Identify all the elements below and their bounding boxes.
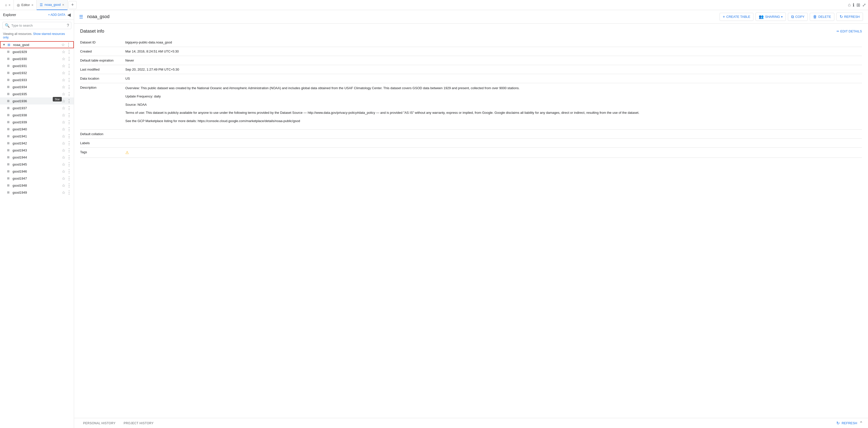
table-more-button[interactable]: ⋮ xyxy=(66,169,72,174)
home-tab-close[interactable]: × xyxy=(8,3,10,7)
table-item-gsod1929[interactable]: ⊞ gsod1929 ☆ ⋮ xyxy=(0,48,74,55)
table-more-button[interactable]: ⋮ xyxy=(66,91,72,97)
table-star-button[interactable]: ☆ xyxy=(61,112,66,118)
table-item-gsod1937[interactable]: ⊞ gsod1937 ☆ ⋮ xyxy=(0,104,74,112)
info-icon[interactable]: ℹ xyxy=(853,2,855,8)
dataset-more-button[interactable]: ⋮ xyxy=(66,42,71,48)
table-item-gsod1947[interactable]: ⊞ gsod1947 ☆ ⋮ xyxy=(0,175,74,182)
table-star-button[interactable]: ☆ xyxy=(61,105,66,111)
table-star-button[interactable]: ☆ xyxy=(61,133,66,139)
table-more-button[interactable]: ⋮ xyxy=(66,126,72,132)
table-item-gsod1939[interactable]: ⊞ gsod1939 ☆ ⋮ xyxy=(0,119,74,126)
table-star-button[interactable]: ☆ xyxy=(61,161,66,167)
database-icon: ⊞ xyxy=(7,43,12,47)
table-label: gsod1935 xyxy=(12,92,60,96)
table-star-button[interactable]: ☆ xyxy=(61,49,66,55)
table-item-gsod1932[interactable]: ⊞ gsod1932 ☆ ⋮ xyxy=(0,69,74,77)
table-icon: ⊞ xyxy=(7,177,11,180)
table-item-gsod1936[interactable]: ⊞ gsod1936 ☆ ⋮ Star xyxy=(0,97,74,104)
table-star-button[interactable]: ☆ xyxy=(61,119,66,125)
noaa-gsod-tab[interactable]: ☰ noaa_gsod × xyxy=(37,0,68,10)
add-tab-button[interactable]: + xyxy=(68,1,76,9)
sharing-button[interactable]: 👥 SHARING ▾ xyxy=(755,12,786,21)
table-star-button[interactable]: ☆ xyxy=(61,169,66,174)
table-more-button[interactable]: ⋮ xyxy=(66,56,72,62)
dataset-star-button[interactable]: ☆ xyxy=(61,42,65,48)
table-item-gsod1931[interactable]: ⊞ gsod1931 ☆ ⋮ xyxy=(0,62,74,69)
editor-tab-close[interactable]: × xyxy=(31,3,33,7)
table-star-button[interactable]: ☆ xyxy=(61,183,66,188)
table-more-button[interactable]: ⋮ xyxy=(66,84,72,90)
table-item-gsod1946[interactable]: ⊞ gsod1946 ☆ ⋮ xyxy=(0,168,74,175)
table-more-button[interactable]: ⋮ xyxy=(66,154,72,160)
table-item-gsod1941[interactable]: ⊞ gsod1941 ☆ ⋮ xyxy=(0,133,74,140)
grid-icon[interactable]: ⊞ xyxy=(857,2,860,8)
personal-history-tab[interactable]: PERSONAL HISTORY xyxy=(79,422,120,425)
table-more-button[interactable]: ⋮ xyxy=(66,49,72,55)
sidebar-collapse-button[interactable]: ◀ xyxy=(67,12,71,18)
table-more-button[interactable]: ⋮ xyxy=(66,77,72,83)
table-more-button[interactable]: ⋮ xyxy=(66,98,72,104)
table-star-button[interactable]: ☆ xyxy=(61,126,66,132)
table-star-button[interactable]: ☆ xyxy=(61,70,66,76)
table-item-gsod1948[interactable]: ⊞ gsod1948 ☆ ⋮ xyxy=(0,182,74,189)
table-more-button[interactable]: ⋮ xyxy=(66,190,72,195)
project-history-tab[interactable]: PROJECT HISTORY xyxy=(120,422,158,425)
table-item-gsod1940[interactable]: ⊞ gsod1940 ☆ ⋮ xyxy=(0,126,74,133)
edit-details-button[interactable]: ✏ EDIT DETAILS xyxy=(837,29,862,33)
editor-tab[interactable]: ◎ Editor × xyxy=(14,0,37,10)
table-item-gsod1935[interactable]: ⊞ gsod1935 ☆ ⋮ xyxy=(0,90,74,97)
main-layout: Explorer + ADD DATA ◀ 🔍 ? Viewing all re… xyxy=(0,10,868,428)
table-more-button[interactable]: ⋮ xyxy=(66,70,72,75)
table-star-button[interactable]: ☆ xyxy=(61,147,66,153)
refresh-button[interactable]: ↻ REFRESH xyxy=(836,12,863,21)
table-more-button[interactable]: ⋮ xyxy=(66,161,72,167)
search-input[interactable] xyxy=(11,24,65,27)
noaa-gsod-tab-close[interactable]: × xyxy=(62,3,64,7)
sharing-label: SHARING xyxy=(765,15,780,19)
editor-tab-label: Editor xyxy=(21,3,30,7)
table-star-button[interactable]: ☆ xyxy=(61,154,66,160)
table-item-gsod1944[interactable]: ⊞ gsod1944 ☆ ⋮ xyxy=(0,154,74,161)
collapse-bottom-button[interactable]: ⌃ xyxy=(859,421,863,426)
table-star-button[interactable]: ☆ xyxy=(61,141,66,146)
table-more-button[interactable]: ⋮ xyxy=(66,119,72,125)
add-data-button[interactable]: + ADD DATA xyxy=(48,13,65,17)
table-star-button[interactable]: ☆ xyxy=(61,77,66,83)
create-table-button[interactable]: + CREATE TABLE xyxy=(719,13,754,21)
bottom-refresh-label[interactable]: REFRESH xyxy=(842,421,857,425)
table-more-button[interactable]: ⋮ xyxy=(66,105,72,111)
table-more-button[interactable]: ⋮ xyxy=(66,147,72,153)
delete-button[interactable]: 🗑 DELETE xyxy=(810,13,834,21)
header-actions: + CREATE TABLE 👥 SHARING ▾ ⧉ COPY 🗑 DELE… xyxy=(719,12,863,21)
dataset-item-noaa-gsod[interactable]: ▼ ⊞ noaa_gsod ☆ ⋮ xyxy=(0,41,74,48)
table-star-button[interactable]: ☆ xyxy=(61,56,66,62)
table-item-gsod1943[interactable]: ⊞ gsod1943 ☆ ⋮ xyxy=(0,147,74,154)
table-item-gsod1930[interactable]: ⊞ gsod1930 ☆ ⋮ xyxy=(0,55,74,62)
table-more-button[interactable]: ⋮ xyxy=(66,183,72,188)
table-item-gsod1938[interactable]: ⊞ gsod1938 ☆ ⋮ xyxy=(0,112,74,119)
table-more-button[interactable]: ⋮ xyxy=(66,176,72,181)
table-item-gsod1934[interactable]: ⊞ gsod1934 ☆ ⋮ xyxy=(0,83,74,90)
table-more-button[interactable]: ⋮ xyxy=(66,112,72,118)
table-more-button[interactable]: ⋮ xyxy=(66,63,72,68)
table-more-button[interactable]: ⋮ xyxy=(66,133,72,139)
table-star-button[interactable]: ☆ xyxy=(61,84,66,90)
table-actions: ☆ ⋮ xyxy=(61,77,72,83)
table-star-button[interactable]: ☆ xyxy=(61,190,66,195)
table-item-gsod1945[interactable]: ⊞ gsod1945 ☆ ⋮ xyxy=(0,161,74,168)
table-star-button[interactable]: ☆ xyxy=(61,91,66,97)
table-more-button[interactable]: ⋮ xyxy=(66,141,72,146)
expand-icon[interactable]: ⤢ xyxy=(862,2,866,8)
help-icon[interactable]: ? xyxy=(67,23,69,28)
home-tab[interactable]: ⌂ × xyxy=(2,0,14,10)
table-icon: ⊞ xyxy=(7,191,11,194)
table-star-button[interactable]: ☆ xyxy=(61,63,66,69)
home-nav-icon[interactable]: ⌂ xyxy=(848,2,851,7)
table-item-gsod1942[interactable]: ⊞ gsod1942 ☆ ⋮ xyxy=(0,140,74,147)
copy-button[interactable]: ⧉ COPY xyxy=(788,13,808,21)
table-star-button[interactable]: ☆ xyxy=(61,98,66,104)
table-star-button[interactable]: ☆ xyxy=(61,176,66,181)
table-item-gsod1933[interactable]: ⊞ gsod1933 ☆ ⋮ xyxy=(0,77,74,83)
table-item-gsod1949[interactable]: ⊞ gsod1949 ☆ ⋮ xyxy=(0,189,74,196)
